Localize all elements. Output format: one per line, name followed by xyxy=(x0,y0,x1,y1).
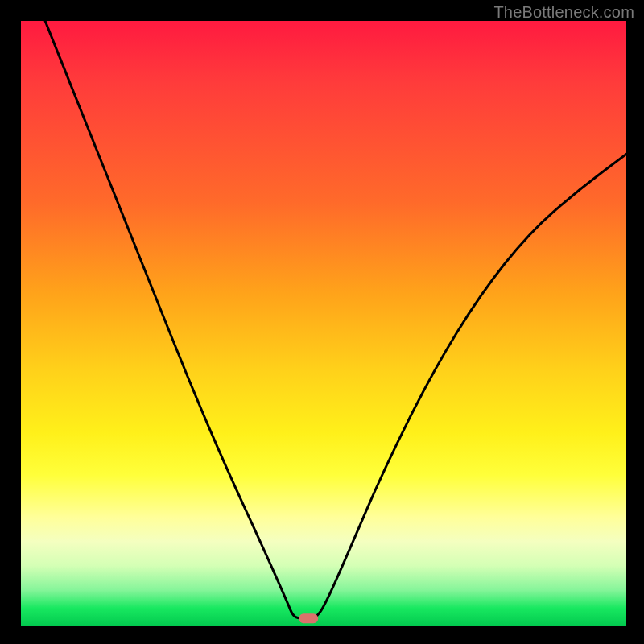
highlight-marker xyxy=(299,613,318,623)
chart-frame: TheBottleneck.com xyxy=(0,0,644,644)
curve-left-branch xyxy=(45,21,303,618)
curve-right-branch xyxy=(315,154,626,618)
plot-area xyxy=(21,21,626,626)
watermark-text: TheBottleneck.com xyxy=(493,3,634,22)
curve-svg xyxy=(21,21,626,626)
